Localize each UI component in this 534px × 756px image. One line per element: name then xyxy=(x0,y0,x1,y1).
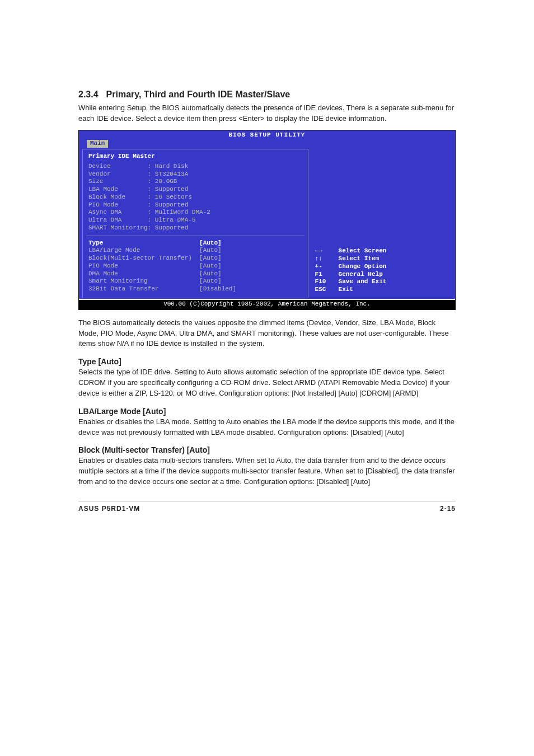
bios-setting-row[interactable]: DMA Mode [Auto] xyxy=(88,270,302,278)
paragraph-type: Selects the type of IDE drive. Setting t… xyxy=(78,367,456,399)
bios-info-row: Ultra DMA : Ultra DMA-5 xyxy=(88,217,302,224)
bios-footer: v00.00 (C)Copyright 1985-2002, American … xyxy=(79,299,455,309)
bios-info-row: SMART Monitoring: Supported xyxy=(88,224,302,232)
bios-setting-row[interactable]: Block(Multi-sector Transfer) [Auto] xyxy=(88,255,302,262)
bios-info-row: PIO Mode : Supported xyxy=(88,201,302,209)
bios-info-row: Async DMA : MultiWord DMA-2 xyxy=(88,209,302,217)
bios-panel-title: Primary IDE Master xyxy=(88,153,302,161)
subheading-block: Block (Multi-sector Transfer) [Auto] xyxy=(78,445,456,454)
bios-header: BIOS SETUP UTILITY xyxy=(79,130,455,139)
bios-setting-row[interactable]: PIO Mode [Auto] xyxy=(88,262,302,270)
bios-tab-main[interactable]: Main xyxy=(87,140,108,148)
post-bios-paragraph: The BIOS automatically detects the value… xyxy=(78,318,456,350)
footer-right: 2-15 xyxy=(440,505,456,513)
section-heading: 2.3.4 Primary, Third and Fourth IDE Mast… xyxy=(78,90,456,100)
bios-right-panel: ←→Select Screen ↑↓Select Item +-Change O… xyxy=(311,149,452,298)
bios-info-row: Device : Hard Disk xyxy=(88,163,302,171)
bios-setting-row[interactable]: Smart Monitoring [Auto] xyxy=(88,278,302,285)
footer-left: ASUS P5RD1-VM xyxy=(78,505,140,513)
section-number: 2.3.4 xyxy=(78,90,99,100)
paragraph-block: Enables or disables data multi-sectors t… xyxy=(78,456,456,487)
intro-paragraph: While entering Setup, the BIOS automatic… xyxy=(78,103,456,124)
bios-info-row: LBA Mode : Supported xyxy=(88,186,302,194)
subheading-lba: LBA/Large Mode [Auto] xyxy=(78,407,456,416)
subheading-type: Type [Auto] xyxy=(78,357,456,366)
bios-left-panel: Primary IDE Master Device : Hard Disk Ve… xyxy=(82,149,308,298)
page-footer: ASUS P5RD1-VM 2-15 xyxy=(78,501,456,513)
bios-info-row: Vendor : ST320413A xyxy=(88,171,302,179)
paragraph-lba: Enables or disables the LBA mode. Settin… xyxy=(78,417,456,438)
section-title: Primary, Third and Fourth IDE Master/Sla… xyxy=(106,90,291,100)
bios-screenshot: BIOS SETUP UTILITY Main Primary IDE Mast… xyxy=(78,130,456,310)
bios-setting-row[interactable]: Type [Auto] xyxy=(88,240,302,247)
bios-help-legend: ←→Select Screen ↑↓Select Item +-Change O… xyxy=(315,247,387,294)
divider xyxy=(86,236,305,236)
bios-info-row: Size : 20.0GB xyxy=(88,178,302,186)
bios-setting-row[interactable]: 32Bit Data Transfer [Disabled] xyxy=(88,285,302,293)
bios-setting-row[interactable]: LBA/Large Mode [Auto] xyxy=(88,247,302,255)
bios-info-row: Block Mode : 16 Sectors xyxy=(88,194,302,201)
